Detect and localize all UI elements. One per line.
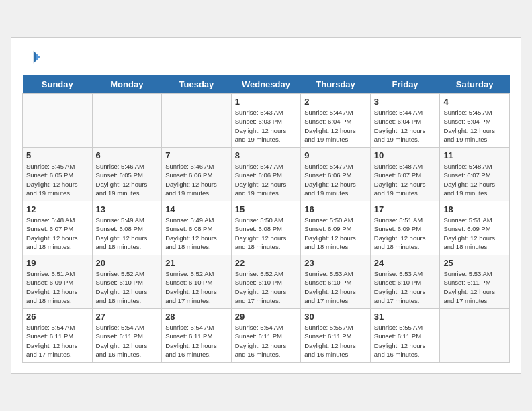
day-number: 1 bbox=[235, 97, 298, 107]
day-number: 14 bbox=[165, 204, 228, 214]
day-cell-3: 3Sunrise: 5:44 AM Sunset: 6:04 PM Daylig… bbox=[370, 94, 440, 148]
day-info: Sunrise: 5:46 AM Sunset: 6:06 PM Dayligh… bbox=[165, 162, 228, 197]
day-number: 31 bbox=[374, 312, 437, 322]
day-number: 7 bbox=[165, 150, 228, 161]
week-row-3: 12Sunrise: 5:48 AM Sunset: 6:07 PM Dayli… bbox=[23, 201, 510, 255]
day-info: Sunrise: 5:51 AM Sunset: 6:09 PM Dayligh… bbox=[26, 269, 89, 305]
day-cell-17: 17Sunrise: 5:51 AM Sunset: 6:09 PM Dayli… bbox=[370, 201, 440, 255]
weekday-header-friday: Friday bbox=[370, 75, 440, 94]
day-cell-7: 7Sunrise: 5:46 AM Sunset: 6:06 PM Daylig… bbox=[162, 148, 232, 201]
day-info: Sunrise: 5:45 AM Sunset: 6:04 PM Dayligh… bbox=[443, 108, 506, 144]
day-info: Sunrise: 5:45 AM Sunset: 6:05 PM Dayligh… bbox=[26, 162, 89, 197]
day-number: 16 bbox=[304, 204, 367, 214]
weekday-header-wednesday: Wednesday bbox=[231, 75, 301, 94]
day-info: Sunrise: 5:55 AM Sunset: 6:11 PM Dayligh… bbox=[304, 323, 367, 359]
day-info: Sunrise: 5:48 AM Sunset: 6:07 PM Dayligh… bbox=[26, 216, 89, 251]
day-number: 28 bbox=[165, 312, 228, 322]
day-info: Sunrise: 5:49 AM Sunset: 6:08 PM Dayligh… bbox=[165, 216, 228, 251]
day-number: 27 bbox=[96, 312, 159, 322]
day-info: Sunrise: 5:51 AM Sunset: 6:09 PM Dayligh… bbox=[374, 216, 437, 251]
empty-cell bbox=[440, 309, 510, 363]
day-info: Sunrise: 5:47 AM Sunset: 6:06 PM Dayligh… bbox=[304, 162, 367, 197]
calendar-table: SundayMondayTuesdayWednesdayThursdayFrid… bbox=[22, 75, 510, 363]
week-row-5: 26Sunrise: 5:54 AM Sunset: 6:11 PM Dayli… bbox=[23, 309, 510, 363]
weekday-header-saturday: Saturday bbox=[440, 75, 510, 94]
day-number: 13 bbox=[96, 204, 159, 214]
week-row-4: 19Sunrise: 5:51 AM Sunset: 6:09 PM Dayli… bbox=[23, 255, 510, 309]
day-cell-20: 20Sunrise: 5:52 AM Sunset: 6:10 PM Dayli… bbox=[92, 255, 162, 309]
day-cell-30: 30Sunrise: 5:55 AM Sunset: 6:11 PM Dayli… bbox=[301, 309, 371, 363]
day-number: 2 bbox=[304, 97, 367, 107]
day-cell-13: 13Sunrise: 5:49 AM Sunset: 6:08 PM Dayli… bbox=[92, 201, 162, 255]
day-number: 10 bbox=[374, 150, 437, 161]
day-cell-1: 1Sunrise: 5:43 AM Sunset: 6:03 PM Daylig… bbox=[231, 94, 301, 148]
day-info: Sunrise: 5:53 AM Sunset: 6:10 PM Dayligh… bbox=[304, 269, 367, 305]
empty-cell bbox=[92, 94, 162, 148]
day-number: 17 bbox=[374, 204, 437, 214]
day-number: 24 bbox=[374, 258, 437, 268]
day-cell-11: 11Sunrise: 5:48 AM Sunset: 6:07 PM Dayli… bbox=[440, 148, 510, 201]
day-number: 6 bbox=[96, 150, 159, 161]
day-cell-16: 16Sunrise: 5:50 AM Sunset: 6:09 PM Dayli… bbox=[301, 201, 371, 255]
day-cell-19: 19Sunrise: 5:51 AM Sunset: 6:09 PM Dayli… bbox=[23, 255, 93, 309]
day-cell-14: 14Sunrise: 5:49 AM Sunset: 6:08 PM Dayli… bbox=[162, 201, 232, 255]
day-number: 5 bbox=[26, 150, 89, 161]
day-cell-9: 9Sunrise: 5:47 AM Sunset: 6:06 PM Daylig… bbox=[301, 148, 371, 201]
day-cell-28: 28Sunrise: 5:54 AM Sunset: 6:11 PM Dayli… bbox=[162, 309, 232, 363]
week-row-1: 1Sunrise: 5:43 AM Sunset: 6:03 PM Daylig… bbox=[23, 94, 510, 148]
day-info: Sunrise: 5:51 AM Sunset: 6:09 PM Dayligh… bbox=[443, 216, 506, 251]
day-number: 20 bbox=[96, 258, 159, 268]
day-info: Sunrise: 5:52 AM Sunset: 6:10 PM Dayligh… bbox=[96, 269, 159, 305]
day-number: 4 bbox=[443, 97, 506, 107]
empty-cell bbox=[162, 94, 232, 148]
logo bbox=[22, 48, 44, 67]
day-number: 22 bbox=[235, 258, 298, 268]
day-number: 19 bbox=[26, 258, 89, 268]
day-cell-29: 29Sunrise: 5:54 AM Sunset: 6:11 PM Dayli… bbox=[231, 309, 301, 363]
day-cell-22: 22Sunrise: 5:52 AM Sunset: 6:10 PM Dayli… bbox=[231, 255, 301, 309]
day-cell-4: 4Sunrise: 5:45 AM Sunset: 6:04 PM Daylig… bbox=[440, 94, 510, 148]
day-number: 29 bbox=[235, 312, 298, 322]
day-number: 23 bbox=[304, 258, 367, 268]
day-info: Sunrise: 5:47 AM Sunset: 6:06 PM Dayligh… bbox=[235, 162, 298, 197]
day-cell-31: 31Sunrise: 5:55 AM Sunset: 6:11 PM Dayli… bbox=[370, 309, 440, 363]
day-number: 26 bbox=[26, 312, 89, 322]
day-info: Sunrise: 5:49 AM Sunset: 6:08 PM Dayligh… bbox=[96, 216, 159, 251]
day-cell-24: 24Sunrise: 5:53 AM Sunset: 6:10 PM Dayli… bbox=[370, 255, 440, 309]
week-row-2: 5Sunrise: 5:45 AM Sunset: 6:05 PM Daylig… bbox=[23, 148, 510, 201]
day-cell-10: 10Sunrise: 5:48 AM Sunset: 6:07 PM Dayli… bbox=[370, 148, 440, 201]
day-info: Sunrise: 5:46 AM Sunset: 6:05 PM Dayligh… bbox=[96, 162, 159, 197]
weekday-header-tuesday: Tuesday bbox=[162, 75, 232, 94]
day-info: Sunrise: 5:52 AM Sunset: 6:10 PM Dayligh… bbox=[235, 269, 298, 305]
day-number: 15 bbox=[235, 204, 298, 214]
day-cell-18: 18Sunrise: 5:51 AM Sunset: 6:09 PM Dayli… bbox=[440, 201, 510, 255]
day-cell-23: 23Sunrise: 5:53 AM Sunset: 6:10 PM Dayli… bbox=[301, 255, 371, 309]
day-number: 9 bbox=[304, 150, 367, 161]
day-number: 3 bbox=[374, 97, 437, 107]
weekday-header-row: SundayMondayTuesdayWednesdayThursdayFrid… bbox=[23, 75, 510, 94]
day-cell-8: 8Sunrise: 5:47 AM Sunset: 6:06 PM Daylig… bbox=[231, 148, 301, 201]
weekday-header-sunday: Sunday bbox=[23, 75, 93, 94]
day-info: Sunrise: 5:50 AM Sunset: 6:09 PM Dayligh… bbox=[304, 216, 367, 251]
day-number: 8 bbox=[235, 150, 298, 161]
day-cell-21: 21Sunrise: 5:52 AM Sunset: 6:10 PM Dayli… bbox=[162, 255, 232, 309]
day-info: Sunrise: 5:44 AM Sunset: 6:04 PM Dayligh… bbox=[304, 108, 367, 144]
day-info: Sunrise: 5:53 AM Sunset: 6:10 PM Dayligh… bbox=[374, 269, 437, 305]
calendar-header bbox=[22, 48, 510, 67]
day-number: 12 bbox=[26, 204, 89, 214]
day-cell-2: 2Sunrise: 5:44 AM Sunset: 6:04 PM Daylig… bbox=[301, 94, 371, 148]
day-info: Sunrise: 5:48 AM Sunset: 6:07 PM Dayligh… bbox=[374, 162, 437, 197]
day-number: 30 bbox=[304, 312, 367, 322]
day-info: Sunrise: 5:43 AM Sunset: 6:03 PM Dayligh… bbox=[235, 108, 298, 144]
day-info: Sunrise: 5:54 AM Sunset: 6:11 PM Dayligh… bbox=[26, 323, 89, 359]
day-cell-5: 5Sunrise: 5:45 AM Sunset: 6:05 PM Daylig… bbox=[23, 148, 93, 201]
day-cell-27: 27Sunrise: 5:54 AM Sunset: 6:11 PM Dayli… bbox=[92, 309, 162, 363]
day-info: Sunrise: 5:50 AM Sunset: 6:08 PM Dayligh… bbox=[235, 216, 298, 251]
day-info: Sunrise: 5:52 AM Sunset: 6:10 PM Dayligh… bbox=[165, 269, 228, 305]
day-cell-6: 6Sunrise: 5:46 AM Sunset: 6:05 PM Daylig… bbox=[92, 148, 162, 201]
day-info: Sunrise: 5:55 AM Sunset: 6:11 PM Dayligh… bbox=[374, 323, 437, 359]
day-info: Sunrise: 5:48 AM Sunset: 6:07 PM Dayligh… bbox=[443, 162, 506, 197]
day-cell-25: 25Sunrise: 5:53 AM Sunset: 6:11 PM Dayli… bbox=[440, 255, 510, 309]
day-info: Sunrise: 5:44 AM Sunset: 6:04 PM Dayligh… bbox=[374, 108, 437, 144]
logo-icon bbox=[22, 48, 41, 67]
